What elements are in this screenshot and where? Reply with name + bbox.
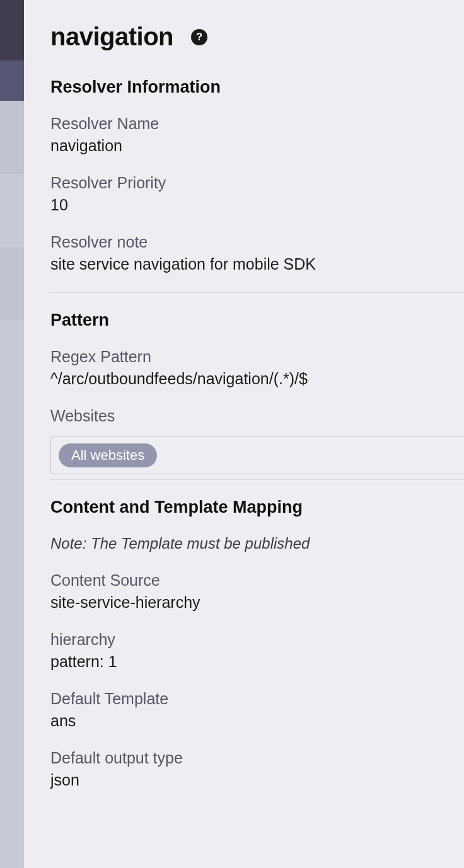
field-content-source: Content Source site-service-hierarchy — [50, 571, 464, 612]
section-content-template-mapping: Content and Template Mapping Note: The T… — [50, 498, 464, 789]
field-label: Content Source — [50, 571, 464, 590]
field-label: Default output type — [50, 749, 464, 767]
section-note: Note: The Template must be published — [50, 535, 464, 552]
field-value: 10 — [50, 196, 464, 214]
website-chip[interactable]: All websites — [59, 443, 157, 467]
field-resolver-note: Resolver note site service navigation fo… — [50, 233, 464, 273]
field-default-output-type: Default output type json — [50, 749, 464, 789]
field-value: site-service-hierarchy — [50, 593, 464, 612]
left-rail — [0, 0, 24, 868]
page-title: navigation — [50, 23, 173, 51]
field-label: Default Template — [50, 690, 464, 708]
field-label: hierarchy — [50, 631, 464, 649]
rail-segment[interactable] — [0, 247, 24, 320]
divider — [50, 479, 464, 480]
field-resolver-priority: Resolver Priority 10 — [50, 174, 464, 214]
field-value: ^/arc/outboundfeeds/navigation/(.*)/$ — [50, 370, 464, 388]
field-default-template: Default Template ans — [50, 690, 464, 730]
section-pattern: Pattern Regex Pattern ^/arc/outboundfeed… — [50, 311, 464, 474]
field-value: pattern: 1 — [50, 653, 464, 671]
rail-segment — [0, 320, 24, 868]
field-resolver-name: Resolver Name navigation — [50, 115, 464, 155]
rail-segment[interactable] — [0, 101, 24, 174]
divider — [50, 292, 464, 293]
rail-segment[interactable] — [0, 0, 24, 60]
detail-panel: navigation ? Resolver Information Resolv… — [24, 0, 464, 868]
rail-segment[interactable] — [0, 60, 24, 101]
help-icon[interactable]: ? — [191, 29, 207, 45]
field-value: navigation — [50, 137, 464, 155]
section-resolver-information: Resolver Information Resolver Name navig… — [50, 77, 464, 273]
field-label: Resolver Priority — [50, 174, 464, 192]
field-value: ans — [50, 712, 464, 730]
field-value: site service navigation for mobile SDK — [50, 255, 464, 273]
field-hierarchy: hierarchy pattern: 1 — [50, 631, 464, 671]
rail-segment[interactable] — [0, 174, 24, 247]
field-websites: Websites All websites — [50, 407, 464, 474]
field-label: Regex Pattern — [50, 348, 464, 366]
section-heading: Pattern — [50, 311, 464, 330]
field-label: Resolver note — [50, 233, 464, 251]
field-label: Resolver Name — [50, 115, 464, 133]
websites-input[interactable]: All websites — [50, 437, 464, 474]
field-value: json — [50, 771, 464, 789]
field-label: Websites — [50, 407, 464, 425]
section-heading: Content and Template Mapping — [50, 498, 464, 517]
field-regex-pattern: Regex Pattern ^/arc/outboundfeeds/naviga… — [50, 348, 464, 388]
section-heading: Resolver Information — [50, 77, 464, 97]
